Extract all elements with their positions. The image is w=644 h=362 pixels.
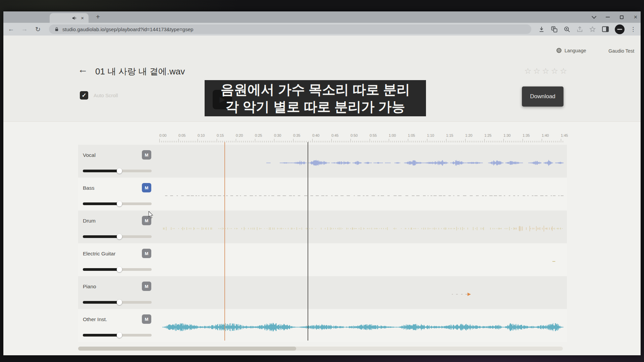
volume-knob[interactable]: [117, 168, 122, 174]
caption-overlay: 음원에서 가수 목소리 따로 분리 각 악기 별로 따로 분리가 가능: [205, 80, 426, 116]
track-row-piano: PianoM: [78, 276, 567, 309]
url-text: studio.gaudiolab.io/gsep/playboard?id=14…: [62, 26, 193, 32]
waveform-drum[interactable]: [159, 210, 564, 243]
rating-stars[interactable]: ☆☆☆☆☆: [524, 66, 569, 76]
volume-fill: [83, 202, 119, 205]
volume-knob[interactable]: [117, 234, 122, 239]
playhead-marker[interactable]: [308, 142, 308, 341]
caption-line-2: 각 악기 별로 따로 분리가 가능: [212, 98, 419, 115]
auto-scroll-label: Auto Scroll: [94, 93, 118, 98]
account-menu[interactable]: Gaudio Test: [608, 48, 634, 54]
address-bar[interactable]: studio.gaudiolab.io/gsep/playboard?id=14…: [49, 24, 531, 34]
browser-tabstrip: × + ×: [3, 11, 641, 23]
window-restore-icon[interactable]: [620, 15, 624, 19]
volume-knob[interactable]: [117, 267, 122, 272]
translate-icon[interactable]: [551, 26, 558, 33]
ruler-label: 0:35: [293, 133, 300, 137]
forward-icon[interactable]: →: [20, 25, 29, 33]
bookmark-star-icon[interactable]: [589, 26, 596, 33]
timeline-ruler-ticks[interactable]: [159, 138, 565, 143]
waveform-other-inst[interactable]: [159, 309, 564, 342]
volume-slider-vocal[interactable]: [83, 168, 152, 174]
horizontal-scrollbar[interactable]: [78, 347, 563, 351]
tab-audio-speaker-icon: [72, 16, 77, 20]
language-label: Language: [565, 48, 586, 53]
track-row-electric-guitar: Electric GuitarM: [78, 243, 567, 276]
auto-scroll-control[interactable]: ✓ Auto Scroll: [80, 91, 118, 100]
ruler-label: 0:55: [370, 133, 377, 137]
ruler-label: 1:45: [561, 133, 568, 137]
ruler-label: 1:05: [408, 133, 415, 137]
browser-window: × + × ← → ↻ studio.gaudiolab.io/gsep/pla…: [3, 11, 641, 355]
caption-line-1: 음원에서 가수 목소리 따로 분리: [212, 81, 419, 98]
ruler-label: 0:20: [236, 133, 243, 137]
gsep-playboard-page: Language Gaudio Test ← 01 내 사랑 내 곁에.wav …: [3, 36, 641, 355]
ruler-label: 0:05: [178, 133, 185, 137]
tracks-area: VocalMBassMDrumMElectric GuitarMPianoMOt…: [78, 145, 567, 342]
track-name-drum: Drum: [83, 218, 96, 224]
volume-fill: [83, 170, 119, 172]
volume-knob[interactable]: [117, 333, 122, 338]
profile-avatar[interactable]: [615, 24, 625, 34]
window-menu-chevron-icon[interactable]: [592, 14, 596, 18]
mute-button-vocal[interactable]: M: [142, 150, 151, 160]
ruler-label: 0:15: [217, 133, 224, 137]
waveform-electric-guitar[interactable]: [159, 243, 564, 276]
volume-slider-drum[interactable]: [83, 234, 152, 239]
playhead-current[interactable]: [224, 142, 225, 341]
ruler-label: 0:10: [198, 133, 205, 137]
menu-dots-icon[interactable]: ⋮: [630, 26, 636, 33]
track-row-vocal: VocalM: [78, 145, 567, 178]
auto-scroll-checkbox[interactable]: ✓: [80, 91, 88, 100]
mute-button-other-inst[interactable]: M: [142, 314, 151, 324]
ruler-label: 1:40: [542, 133, 549, 137]
volume-knob[interactable]: [117, 300, 122, 305]
mute-button-electric-guitar[interactable]: M: [142, 249, 151, 258]
sidebar-panel-icon[interactable]: [602, 26, 609, 33]
reload-icon[interactable]: ↻: [34, 25, 42, 33]
browser-toolbar: ← → ↻ studio.gaudiolab.io/gsep/playboard…: [3, 23, 641, 36]
volume-fill: [83, 235, 119, 238]
track-name-other-inst: Other Inst.: [83, 316, 107, 322]
ruler-label: 1:15: [446, 133, 453, 137]
waveform-bass[interactable]: [159, 178, 564, 210]
volume-fill: [83, 301, 119, 304]
track-name-vocal: Vocal: [83, 152, 96, 158]
volume-slider-piano[interactable]: [83, 300, 152, 305]
download-page-icon[interactable]: [538, 26, 545, 33]
back-icon[interactable]: ←: [7, 25, 15, 33]
volume-knob[interactable]: [117, 201, 122, 206]
back-to-list-button[interactable]: ←: [78, 64, 88, 75]
download-button[interactable]: Download: [522, 86, 564, 107]
zoom-icon[interactable]: [564, 26, 571, 33]
waveform-piano[interactable]: [159, 276, 564, 309]
language-menu[interactable]: Language: [556, 48, 586, 53]
volume-slider-electric-guitar[interactable]: [83, 267, 152, 272]
volume-slider-bass[interactable]: [83, 201, 152, 206]
mouse-cursor: [148, 211, 154, 219]
volume-slider-other-inst[interactable]: [83, 333, 152, 338]
track-name-electric-guitar: Electric Guitar: [83, 251, 115, 257]
lock-icon: [54, 26, 59, 32]
ruler-label: 0:30: [274, 133, 281, 137]
browser-tab[interactable]: ×: [50, 13, 89, 23]
window-close-icon[interactable]: ×: [634, 14, 637, 20]
scrollbar-thumb[interactable]: [78, 347, 296, 351]
tab-close-icon[interactable]: ×: [81, 15, 84, 20]
track-row-other-inst: Other Inst.M: [78, 309, 567, 342]
share-icon[interactable]: [576, 26, 583, 33]
track-name-piano: Piano: [83, 284, 96, 290]
ruler-label: 1:25: [484, 133, 491, 137]
toolbar-actions: ⋮: [538, 24, 637, 34]
track-name-bass: Bass: [83, 185, 94, 191]
ruler-label: 0:40: [312, 133, 319, 137]
ruler-label: 1:10: [427, 133, 434, 137]
track-row-bass: BassM: [78, 178, 567, 210]
window-minimize-icon[interactable]: [606, 17, 610, 17]
new-tab-button[interactable]: +: [93, 12, 103, 21]
mute-button-bass[interactable]: M: [142, 183, 151, 192]
ruler-label: 0:45: [331, 133, 338, 137]
mute-button-piano[interactable]: M: [142, 282, 151, 291]
ruler-label: 1:20: [465, 133, 472, 137]
waveform-vocal[interactable]: [159, 145, 564, 178]
